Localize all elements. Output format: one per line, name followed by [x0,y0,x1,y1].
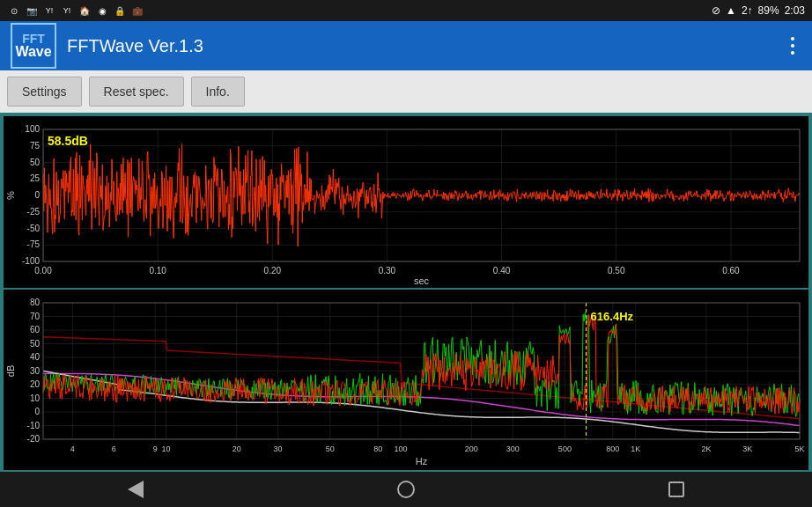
blocked-icon: ⊘ [712,4,720,17]
battery-level: 89% [758,4,779,17]
fft-chart[interactable] [4,290,808,470]
status-icons-right: ⊘ ▲ 2↑ 89% 2:03 [712,4,805,17]
app-icon: FFT Wave [11,23,56,69]
home-button[interactable] [380,474,432,505]
title-bar: FFT Wave FFTWave Ver.1.3 [0,21,812,70]
settings-button[interactable]: Settings [7,77,82,107]
nav-bar [0,472,812,507]
yahoo1-icon: Y! [42,4,56,17]
status-icons-left: ⊙ 📷 Y! Y! 🏠 ◉ 🔒 💼 [7,4,144,17]
app4-icon: 💼 [130,4,144,17]
home-icon [397,481,415,498]
wifi-signal-icon: ▲ [726,4,736,17]
reset-spec-button[interactable]: Reset spec. [89,77,184,107]
recent-icon [668,481,684,497]
menu-dots-button[interactable] [784,37,801,55]
app-title: FFTWave Ver.1.3 [67,36,773,56]
app3-icon: 🔒 [113,4,127,17]
charts-area [0,113,812,472]
back-button[interactable] [109,474,162,505]
app2-icon: ◉ [95,4,109,17]
yahoo2-icon: Y! [60,4,74,17]
dot1 [791,37,794,40]
wifi-icon: ⊙ [7,4,21,17]
recent-button[interactable] [650,474,703,505]
status-bar: ⊙ 📷 Y! Y! 🏠 ◉ 🔒 💼 ⊘ ▲ 2↑ 89% 2:03 [0,0,812,21]
signal-icon: 2↑ [742,4,753,17]
info-button[interactable]: Info. [191,77,245,107]
toolbar: Settings Reset spec. Info. [0,70,812,113]
back-icon [128,481,144,498]
camera-icon: 📷 [25,4,39,17]
dot3 [791,51,794,55]
wave-label: Wave [15,45,51,59]
dot2 [791,44,794,48]
app1-icon: 🏠 [78,4,92,17]
time-display: 2:03 [785,4,805,17]
wave-chart[interactable] [4,116,808,288]
fft-label: FFT [22,33,45,45]
